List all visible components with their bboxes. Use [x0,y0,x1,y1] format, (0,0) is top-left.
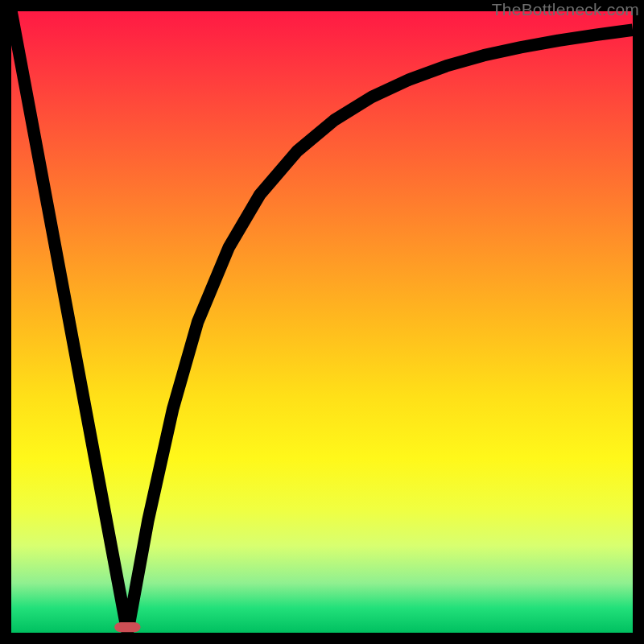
curve-path [11,11,633,633]
min-marker [114,622,140,632]
bottleneck-curve [11,11,633,633]
